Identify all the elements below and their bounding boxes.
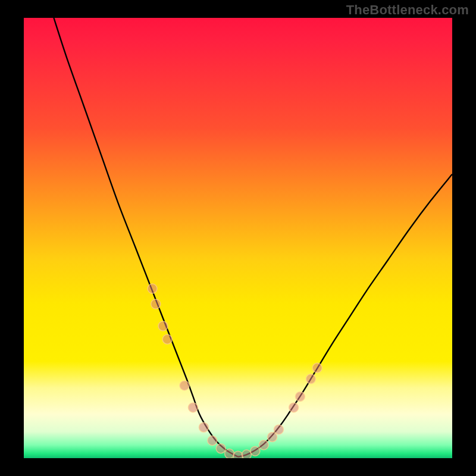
chart-container: TheBottleneck.com: [0, 0, 476, 476]
marker-point: [148, 284, 157, 293]
marker-point: [268, 432, 277, 441]
markers: [148, 284, 322, 458]
marker-point: [295, 392, 305, 401]
marker-point: [312, 363, 322, 372]
marker-point: [188, 403, 198, 412]
right-curve: [238, 174, 452, 457]
marker-point: [250, 446, 260, 456]
watermark-text: TheBottleneck.com: [346, 2, 469, 18]
curve-svg: [24, 18, 452, 458]
marker-point: [158, 321, 168, 331]
plot-area: [24, 18, 452, 458]
marker-point: [233, 451, 243, 458]
marker-point: [274, 425, 283, 434]
marker-point: [306, 374, 315, 384]
marker-point: [242, 450, 251, 458]
marker-point: [199, 422, 208, 432]
marker-point: [289, 403, 299, 412]
marker-point: [162, 334, 172, 344]
marker-point: [225, 449, 234, 458]
marker-point: [259, 440, 268, 450]
marker-point: [180, 381, 189, 390]
marker-point: [216, 444, 226, 453]
marker-point: [151, 299, 161, 309]
left-curve: [54, 18, 238, 457]
marker-point: [208, 436, 217, 445]
